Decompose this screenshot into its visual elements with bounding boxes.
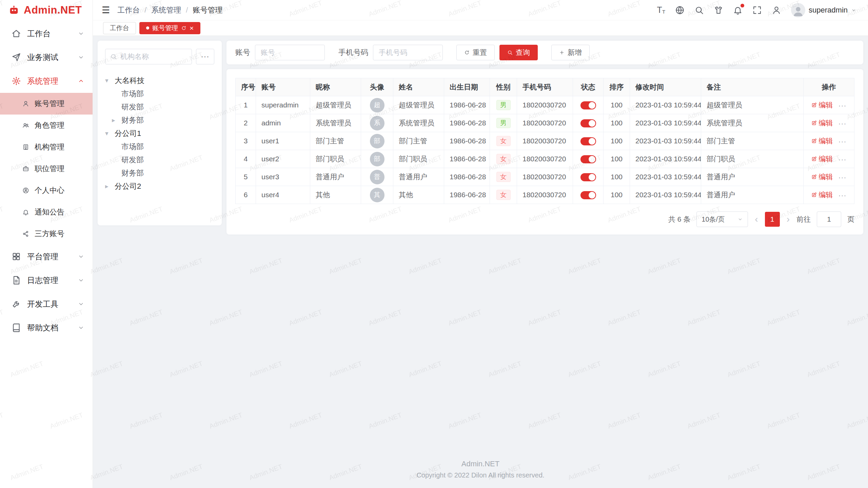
sidebar-item-role-management[interactable]: 角色管理 xyxy=(0,115,93,136)
org-more-button[interactable]: ··· xyxy=(196,49,214,64)
search-icon xyxy=(110,53,117,60)
more-actions-button[interactable]: ··· xyxy=(839,137,847,145)
edit-button[interactable]: 编辑 xyxy=(811,154,833,164)
caret-right-icon[interactable]: ▸ xyxy=(105,182,115,190)
more-actions-button[interactable]: ··· xyxy=(839,173,847,181)
phone-input[interactable] xyxy=(373,45,443,60)
sidebar-item-label: 账号管理 xyxy=(35,99,64,109)
language-icon[interactable] xyxy=(675,5,685,15)
username: superadmin xyxy=(809,6,848,15)
cell-name: 普通用户 xyxy=(393,168,444,186)
cell-birthday: 1986-06-28 xyxy=(444,186,490,204)
sidebar-item-third-party-account[interactable]: 三方账号 xyxy=(0,223,93,245)
column-header: 序号 xyxy=(236,78,256,96)
cell-remark: 部门职员 xyxy=(701,150,804,168)
status-toggle[interactable] xyxy=(580,173,596,181)
caret-down-icon[interactable]: ▾ xyxy=(105,129,115,137)
account-input[interactable] xyxy=(255,45,325,60)
fullscreen-icon[interactable] xyxy=(752,5,762,15)
search-label: 查询 xyxy=(516,48,530,57)
tree-node[interactable]: 市场部 xyxy=(105,87,214,100)
tree-node[interactable]: ▾ 大名科技 xyxy=(105,74,214,87)
home-icon xyxy=(12,29,21,38)
tree-node[interactable]: ▸ 财务部 xyxy=(105,114,214,127)
sidebar-item-dev-tools[interactable]: 开发工具 xyxy=(0,292,93,316)
cell-no: 6 xyxy=(236,186,256,204)
breadcrumb-item[interactable]: 系统管理 xyxy=(151,5,181,15)
column-header: 姓名 xyxy=(393,78,444,96)
more-actions-button[interactable]: ··· xyxy=(839,155,847,163)
gender-badge: 女 xyxy=(496,172,511,182)
sidebar-item-platform-management[interactable]: 平台管理 xyxy=(0,245,93,268)
sidebar-item-workbench[interactable]: 工作台 xyxy=(0,22,93,45)
user-menu[interactable]: superadmin xyxy=(791,3,856,17)
edit-button[interactable]: 编辑 xyxy=(811,100,833,110)
tree-node[interactable]: 研发部 xyxy=(105,100,214,114)
column-header: 头像 xyxy=(361,78,393,96)
column-header: 账号 xyxy=(256,78,310,96)
table-row: 6 user4 其他 其 其他 1986-06-28 女 18020030720… xyxy=(236,186,854,204)
cell-birthday: 1986-06-28 xyxy=(444,96,490,114)
edit-button[interactable]: 编辑 xyxy=(811,172,833,182)
theme-icon[interactable] xyxy=(714,5,723,15)
search-icon[interactable] xyxy=(694,5,704,15)
edit-label: 编辑 xyxy=(819,154,833,164)
cell-name: 系统管理员 xyxy=(393,114,444,132)
tree-node[interactable]: ▸ 分公司2 xyxy=(105,180,214,193)
reset-button[interactable]: 重置 xyxy=(456,45,495,60)
page-size-select[interactable]: 10条/页 xyxy=(696,211,748,227)
more-actions-button[interactable]: ··· xyxy=(839,119,847,127)
sidebar-item-help-docs[interactable]: 帮助文档 xyxy=(0,316,93,340)
table-row: 1 superadmin 超级管理员 超 超级管理员 1986-06-28 男 … xyxy=(236,96,854,114)
caret-right-icon[interactable]: ▸ xyxy=(112,116,121,124)
more-actions-button[interactable]: ··· xyxy=(839,101,847,109)
status-toggle[interactable] xyxy=(580,155,596,163)
org-search-input[interactable] xyxy=(120,53,187,61)
cell-no: 2 xyxy=(236,114,256,132)
status-toggle[interactable] xyxy=(580,137,596,145)
page-number-active[interactable]: 1 xyxy=(765,212,780,227)
edit-button[interactable]: 编辑 xyxy=(811,136,833,146)
edit-button[interactable]: 编辑 xyxy=(811,118,833,128)
user-icon[interactable] xyxy=(772,5,781,15)
edit-icon xyxy=(811,102,817,108)
cell-nickname: 其他 xyxy=(310,186,361,204)
tab-account-management[interactable]: 账号管理 × xyxy=(139,22,200,34)
caret-down-icon[interactable]: ▾ xyxy=(105,77,115,84)
prev-page-button[interactable]: ‹ xyxy=(754,215,758,224)
tree-node-label: 财务部 xyxy=(121,168,144,178)
tree-node[interactable]: 研发部 xyxy=(105,153,214,166)
tree-node[interactable]: ▾ 分公司1 xyxy=(105,127,214,140)
sidebar-item-log-management[interactable]: 日志管理 xyxy=(0,268,93,292)
sidebar-item-notice[interactable]: 通知公告 xyxy=(0,201,93,223)
status-toggle[interactable] xyxy=(580,119,596,127)
sidebar-item-account-management[interactable]: 账号管理 xyxy=(0,93,93,115)
tree-node[interactable]: 市场部 xyxy=(105,140,214,153)
tab-workbench[interactable]: 工作台 xyxy=(103,22,136,34)
add-button[interactable]: 新增 xyxy=(551,45,590,60)
sidebar-item-personal-center[interactable]: 个人中心 xyxy=(0,180,93,201)
edit-button[interactable]: 编辑 xyxy=(811,190,833,200)
app-logo[interactable]: Admin.NET xyxy=(0,0,93,20)
content-shell: ☰ 工作台 / 系统管理 / 账号管理 TT superadmin xyxy=(93,0,868,488)
breadcrumb-item[interactable]: 工作台 xyxy=(117,5,140,15)
sidebar-item-position-management[interactable]: 职位管理 xyxy=(0,158,93,180)
status-toggle[interactable] xyxy=(580,191,596,199)
bell-icon[interactable] xyxy=(733,5,743,15)
sidebar-item-business-test[interactable]: 业务测试 xyxy=(0,45,93,69)
tree-node[interactable]: 财务部 xyxy=(105,166,214,180)
sidebar-item-system-management[interactable]: 系统管理 xyxy=(0,69,93,93)
refresh-icon[interactable] xyxy=(181,25,186,31)
goto-page-input[interactable] xyxy=(817,211,841,227)
cell-no: 5 xyxy=(236,168,256,186)
sidebar-item-org-management[interactable]: 机构管理 xyxy=(0,136,93,158)
font-size-icon[interactable]: TT xyxy=(657,6,665,14)
search-button[interactable]: 查询 xyxy=(499,45,538,60)
cell-remark: 部门主管 xyxy=(701,132,804,150)
page-footer: Admin.NET Copyright © 2022 Dilon All rig… xyxy=(98,453,863,483)
status-toggle[interactable] xyxy=(580,101,596,109)
next-page-button[interactable]: › xyxy=(786,215,790,224)
hamburger-icon[interactable]: ☰ xyxy=(102,5,110,16)
more-actions-button[interactable]: ··· xyxy=(839,191,847,199)
close-icon[interactable]: × xyxy=(190,24,194,32)
